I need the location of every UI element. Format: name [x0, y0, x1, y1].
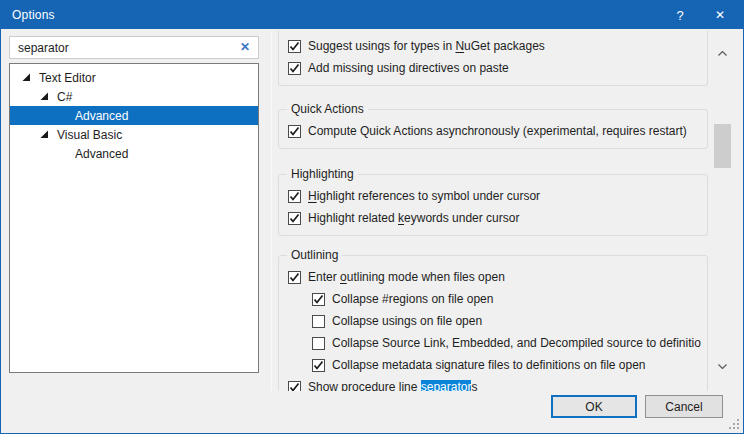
tree-item-c[interactable]: C# [10, 87, 258, 106]
search-clear-icon[interactable]: ✕ [238, 40, 252, 54]
checkbox-checked-icon[interactable] [288, 271, 301, 284]
group-label: Quick Actions [287, 102, 368, 116]
tree-item-advanced[interactable]: Advanced [10, 106, 258, 125]
checkbox-checked-icon[interactable] [288, 125, 301, 138]
options-dialog: Options ? ✕ ✕ Text EditorC#AdvancedVisua… [0, 0, 744, 434]
tree-item-visual-basic[interactable]: Visual Basic [10, 125, 258, 144]
dialog-footer: OK Cancel [1, 395, 743, 418]
group-label: Outlining [287, 248, 342, 262]
checkbox-row-show-procedure-line-separators[interactable]: Show procedure line separators [288, 376, 701, 391]
group-label: Highlighting [287, 167, 358, 181]
checkbox-label: Collapse Source Link, Embedded, and Deco… [332, 336, 701, 350]
checkbox-row-collapse-usings-on-file-open[interactable]: Collapse usings on file open [288, 310, 701, 332]
group-highlighting: HighlightingHighlight references to symb… [278, 174, 708, 236]
group-outlining: OutliningEnter outlining mode when files… [278, 255, 708, 391]
tree-item-label: Text Editor [39, 71, 102, 85]
tree-item-label: Advanced [75, 109, 134, 123]
settings-panel: Suggest usings for types in NuGet packag… [271, 31, 709, 391]
checkbox-label: Highlight references to symbol under cur… [308, 189, 540, 203]
options-tree[interactable]: Text EditorC#AdvancedVisual BasicAdvance… [9, 63, 259, 373]
group-quick-actions: Quick ActionsCompute Quick Actions async… [278, 109, 708, 149]
resize-grip[interactable] [729, 419, 740, 430]
scroll-up-button[interactable] [712, 45, 733, 62]
checkbox-checked-icon[interactable] [312, 293, 325, 306]
titlebar[interactable]: Options ? ✕ [1, 1, 743, 29]
tree-item-text-editor[interactable]: Text Editor [10, 68, 258, 87]
tree-expanded-icon[interactable] [40, 92, 57, 101]
tree-expanded-icon[interactable] [40, 130, 57, 139]
ok-button[interactable]: OK [551, 395, 637, 418]
checkbox-row-highlight-references-to-symbol-under-cursor[interactable]: Highlight references to symbol under cur… [288, 185, 701, 207]
checkbox-label: Compute Quick Actions asynchronously (ex… [308, 124, 687, 138]
checkbox-checked-icon[interactable] [288, 40, 301, 53]
tree-item-label: Visual Basic [57, 128, 128, 142]
checkbox-checked-icon[interactable] [288, 190, 301, 203]
checkbox-label: Highlight related keywords under cursor [308, 211, 519, 225]
search-match-highlight: separator [421, 380, 472, 391]
tree-item-label: Advanced [75, 147, 134, 161]
search-container: ✕ [9, 36, 259, 59]
checkbox-label: Enter outlining mode when files open [308, 270, 505, 284]
checkbox-row-collapse-regions-on-file-open[interactable]: Collapse #regions on file open [288, 288, 701, 310]
tree-item-label: C# [57, 90, 78, 104]
checkbox-row-compute-quick-actions-asynchronously-experimental-requires-restart[interactable]: Compute Quick Actions asynchronously (ex… [288, 120, 701, 142]
chevron-down-icon [718, 364, 727, 369]
checkbox-row-collapse-source-link-embedded-and-decompiled-source-to-definitions[interactable]: Collapse Source Link, Embedded, and Deco… [288, 332, 701, 354]
group-clipped: Suggest usings for types in NuGet packag… [278, 31, 708, 86]
search-input[interactable] [9, 36, 259, 59]
tree-expanded-icon[interactable] [22, 73, 39, 82]
cancel-button[interactable]: Cancel [645, 395, 723, 418]
checkbox-checked-icon[interactable] [288, 62, 301, 75]
checkbox-label: Collapse #regions on file open [332, 292, 493, 306]
checkbox-row-suggest-usings-for-types-in-nuget-packages[interactable]: Suggest usings for types in NuGet packag… [288, 35, 701, 57]
chevron-up-icon [718, 51, 727, 56]
checkbox-label: Add missing using directives on paste [308, 61, 509, 75]
checkbox-unchecked-icon[interactable] [312, 315, 325, 328]
checkbox-label: Show procedure line separators [308, 380, 477, 391]
titlebar-buttons: ? ✕ [660, 1, 743, 29]
checkbox-row-highlight-related-keywords-under-cursor[interactable]: Highlight related keywords under cursor [288, 207, 701, 229]
help-icon: ? [676, 8, 683, 23]
checkbox-unchecked-icon[interactable] [312, 337, 325, 350]
checkbox-checked-icon[interactable] [288, 381, 301, 392]
tree-item-advanced[interactable]: Advanced [10, 144, 258, 163]
scrollbar-track[interactable] [712, 62, 733, 358]
checkbox-label: Collapse metadata signature files to def… [332, 358, 646, 372]
help-button[interactable]: ? [660, 1, 700, 29]
checkbox-checked-icon[interactable] [288, 212, 301, 225]
checkbox-row-enter-outlining-mode-when-files-open[interactable]: Enter outlining mode when files open [288, 266, 701, 288]
checkbox-label: Suggest usings for types in NuGet packag… [308, 39, 545, 53]
window-title: Options [1, 8, 55, 22]
checkbox-row-collapse-metadata-signature-files-to-definitions-on-file-open[interactable]: Collapse metadata signature files to def… [288, 354, 701, 376]
vertical-scrollbar[interactable] [712, 45, 733, 375]
close-button[interactable]: ✕ [700, 1, 740, 29]
scroll-down-button[interactable] [712, 358, 733, 375]
checkbox-row-add-missing-using-directives-on-paste[interactable]: Add missing using directives on paste [288, 57, 701, 79]
checkbox-checked-icon[interactable] [312, 359, 325, 372]
checkbox-label: Collapse usings on file open [332, 314, 482, 328]
close-icon: ✕ [715, 8, 725, 22]
scrollbar-thumb[interactable] [714, 124, 731, 168]
